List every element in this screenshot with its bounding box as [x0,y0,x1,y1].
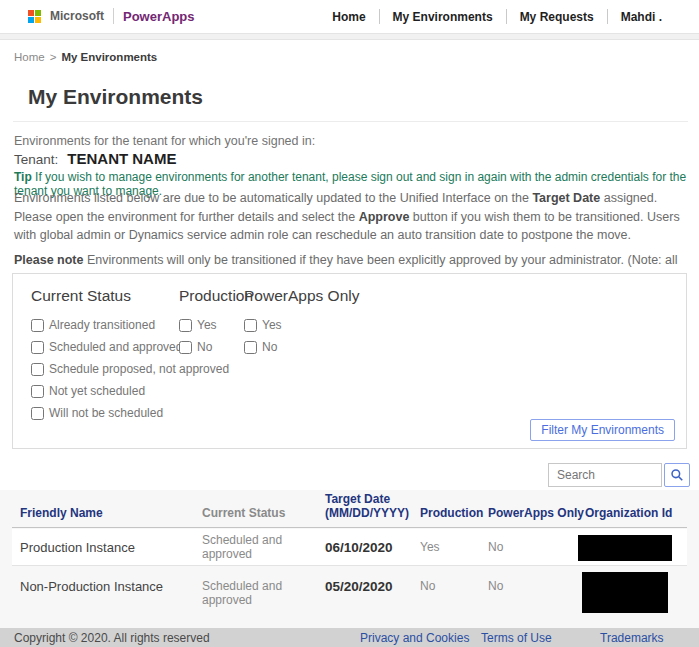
filter-option-powerapps-no[interactable]: No [244,340,359,354]
search-button[interactable] [664,463,690,487]
breadcrumb: Home>My Environments [14,51,157,63]
checkbox-label: Yes [197,318,217,332]
checkbox-powerapps-yes[interactable] [244,319,257,332]
copyright-text: Copyright © 2020. All rights reserved [14,631,210,645]
checkbox-will-not-be-scheduled[interactable] [31,407,44,420]
column-header-production[interactable]: Production [420,507,488,521]
target-date-bold: Target Date [532,191,600,205]
approve-bold: Approve [359,210,410,224]
column-header-target-date[interactable]: Target Date (MM/DD/YYYY) [325,493,420,520]
checkbox-label: Not yet scheduled [49,384,145,398]
title-divider [13,121,688,122]
page-title: My Environments [28,85,203,109]
filter-option-will-not-be-scheduled[interactable]: Will not be scheduled [31,406,229,420]
checkbox-scheduled-approved[interactable] [31,341,44,354]
cell-target-date: 05/20/2020 [325,567,420,594]
paragraph-text: Environments listed below are due to be … [14,191,532,205]
target-date-line2: (MM/DD/YYYY) [325,507,420,521]
checkbox-not-yet-scheduled[interactable] [31,385,44,398]
filter-group-powerapps-only: PowerApps Only Yes No [244,287,359,362]
target-date-line1: Target Date [325,493,420,507]
environments-table: Friendly Name Current Status Target Date… [0,490,699,628]
filter-option-not-yet-scheduled[interactable]: Not yet scheduled [31,384,229,398]
cell-current-status: Scheduled and approved [202,567,325,607]
table-header-row: Friendly Name Current Status Target Date… [12,490,687,528]
checkbox-production-no[interactable] [179,341,192,354]
filter-option-production-yes[interactable]: Yes [179,318,253,332]
column-header-powerapps-only[interactable]: PowerApps Only [488,507,585,521]
nav-item-my-environments[interactable]: My Environments [380,10,506,24]
table-row[interactable]: Non-Production Instance Scheduled and ap… [12,567,687,617]
column-header-friendly-name[interactable]: Friendly Name [20,507,202,521]
redacted-organization-id [578,535,672,561]
checkbox-label: Will not be scheduled [49,406,163,420]
brand-divider [113,8,114,24]
footer: Copyright © 2020. All rights reserved Pr… [0,628,699,647]
nav-item-user[interactable]: Mahdi . [608,10,675,24]
microsoft-logo-icon [28,10,41,23]
checkbox-label: Yes [262,318,282,332]
nav-item-my-requests[interactable]: My Requests [507,10,607,24]
filter-panel: Current Status Already transitioned Sche… [12,273,687,449]
filter-option-powerapps-yes[interactable]: Yes [244,318,359,332]
top-nav: Home My Environments My Requests Mahdi . [319,0,675,33]
column-header-organization-id[interactable]: Organization Id [585,507,687,521]
filter-title-powerapps-only: PowerApps Only [244,287,359,305]
filter-option-production-no[interactable]: No [179,340,253,354]
checkbox-schedule-proposed[interactable] [31,363,44,376]
cell-target-date: 06/10/2020 [325,540,420,555]
filter-group-production: Production Yes No [179,287,253,362]
cell-production: No [420,567,488,593]
redacted-organization-id [582,572,668,613]
checkbox-label: Schedule proposed, not approved [49,362,229,376]
header-separator-band [0,33,699,40]
tenant-name: TENANT NAME [67,150,176,167]
cell-friendly-name: Production Instance [20,540,202,555]
top-bar: Microsoft PowerApps Home My Environments… [0,0,699,33]
filter-my-environments-button[interactable]: Filter My Environments [530,419,675,441]
please-note-bold: Please note [14,253,83,267]
search-input[interactable] [548,463,662,487]
tenant-label: Tenant: [14,152,58,167]
breadcrumb-home[interactable]: Home [14,51,45,63]
nav-item-home[interactable]: Home [319,10,378,24]
cell-production: Yes [420,540,488,554]
breadcrumb-separator: > [50,51,57,63]
footer-link-terms[interactable]: Terms of Use [481,631,552,645]
search-icon [670,468,684,482]
checkbox-label: Already transitioned [49,318,155,332]
brand-group: Microsoft PowerApps [28,8,195,24]
paragraph-target-date: Environments listed below are due to be … [14,189,692,245]
checkbox-label: No [262,340,277,354]
checkbox-powerapps-no[interactable] [244,341,257,354]
filter-option-schedule-proposed[interactable]: Schedule proposed, not approved [31,362,229,376]
checkbox-label: No [197,340,212,354]
checkbox-production-yes[interactable] [179,319,192,332]
signed-in-line: Environments for the tenant for which yo… [14,134,315,148]
checkbox-label: Scheduled and approved [49,340,182,354]
checkbox-already-transitioned[interactable] [31,319,44,332]
cell-powerapps-only: No [488,567,585,593]
footer-link-privacy[interactable]: Privacy and Cookies [360,631,469,645]
table-row[interactable]: Production Instance Scheduled and approv… [12,529,687,566]
cell-current-status: Scheduled and approved [202,533,325,561]
cell-powerapps-only: No [488,540,585,554]
cell-friendly-name: Non-Production Instance [20,567,202,594]
breadcrumb-current: My Environments [61,51,157,63]
column-header-current-status[interactable]: Current Status [202,507,325,521]
microsoft-wordmark: Microsoft [50,9,104,23]
powerapps-wordmark: PowerApps [123,9,195,24]
tenant-line: Tenant:TENANT NAME [14,150,176,168]
tip-bold: Tip [14,170,32,184]
filter-title-production: Production [179,287,253,305]
footer-link-trademarks[interactable]: Trademarks [600,631,664,645]
